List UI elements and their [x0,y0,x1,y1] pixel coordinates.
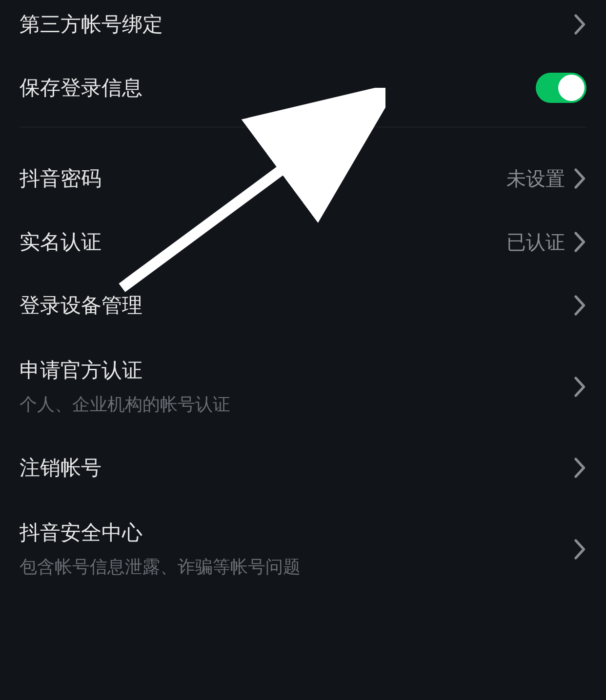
chevron-right-icon [574,458,586,478]
official-verify-label: 申请官方认证 [20,357,142,384]
save-login-toggle[interactable] [536,73,586,103]
official-verify-row[interactable]: 申请官方认证 个人、企业机构的帐号认证 [0,337,606,436]
chevron-right-icon [574,168,586,189]
real-name-label: 实名认证 [20,228,101,256]
security-center-sublabel: 包含帐号信息泄露、诈骗等帐号问题 [20,555,301,579]
third-party-binding-row[interactable]: 第三方帐号绑定 [0,0,606,49]
real-name-row[interactable]: 实名认证 已认证 [0,210,606,274]
chevron-right-icon [574,232,586,252]
chevron-right-icon [574,14,586,35]
settings-list: 第三方帐号绑定 保存登录信息 抖音密码 未设置 实名认证 已认证 [0,0,606,599]
password-label: 抖音密码 [20,165,101,192]
device-mgmt-row[interactable]: 登录设备管理 [0,274,606,337]
delete-account-row[interactable]: 注销帐号 [0,436,606,500]
security-center-label: 抖音安全中心 [20,519,142,546]
password-value: 未设置 [506,165,565,192]
chevron-right-icon [574,295,586,316]
save-login-row: 保存登录信息 [0,49,606,127]
chevron-right-icon [574,377,586,397]
security-center-row[interactable]: 抖音安全中心 包含帐号信息泄露、诈骗等帐号问题 [0,500,606,599]
device-mgmt-label: 登录设备管理 [20,292,142,319]
save-login-label: 保存登录信息 [20,74,142,101]
third-party-binding-label: 第三方帐号绑定 [20,11,163,38]
password-row[interactable]: 抖音密码 未设置 [0,147,606,210]
delete-account-label: 注销帐号 [20,454,101,481]
official-verify-sublabel: 个人、企业机构的帐号认证 [20,393,230,417]
real-name-value: 已认证 [506,229,565,256]
chevron-right-icon [574,539,586,560]
